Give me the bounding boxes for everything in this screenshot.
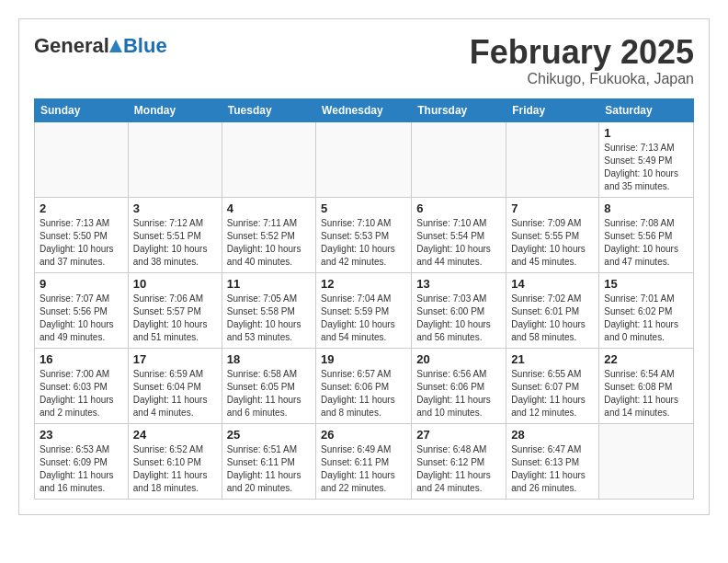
day-number: 27 xyxy=(416,428,501,442)
calendar-cell: 26Sunrise: 6:49 AM Sunset: 6:11 PM Dayli… xyxy=(316,423,412,499)
calendar-cell: 11Sunrise: 7:05 AM Sunset: 5:58 PM Dayli… xyxy=(222,272,315,348)
calendar-cell: 6Sunrise: 7:10 AM Sunset: 5:54 PM Daylig… xyxy=(412,197,506,272)
calendar-cell: 5Sunrise: 7:10 AM Sunset: 5:53 PM Daylig… xyxy=(316,197,412,272)
day-info: Sunrise: 7:11 AM Sunset: 5:52 PM Dayligh… xyxy=(227,217,311,269)
location-subtitle: Chikugo, Fukuoka, Japan xyxy=(470,71,694,87)
day-info: Sunrise: 6:59 AM Sunset: 6:04 PM Dayligh… xyxy=(133,368,217,419)
calendar-page: General Blue February 2025 Chikugo, Fuku… xyxy=(18,18,710,515)
weekday-header: Sunday xyxy=(35,98,129,121)
day-info: Sunrise: 7:13 AM Sunset: 5:49 PM Dayligh… xyxy=(604,142,688,193)
day-info: Sunrise: 7:01 AM Sunset: 6:02 PM Dayligh… xyxy=(604,293,688,344)
day-number: 11 xyxy=(227,277,311,291)
day-number: 21 xyxy=(511,352,594,366)
logo-general: General xyxy=(34,34,109,58)
calendar-cell: 10Sunrise: 7:06 AM Sunset: 5:57 PM Dayli… xyxy=(128,272,222,348)
weekday-header: Thursday xyxy=(412,98,506,121)
day-number: 4 xyxy=(227,201,311,215)
calendar-cell: 2Sunrise: 7:13 AM Sunset: 5:50 PM Daylig… xyxy=(35,197,129,272)
day-info: Sunrise: 7:12 AM Sunset: 5:51 PM Dayligh… xyxy=(133,217,217,269)
calendar-cell: 4Sunrise: 7:11 AM Sunset: 5:52 PM Daylig… xyxy=(222,197,315,272)
day-number: 15 xyxy=(604,277,688,291)
page-header: General Blue February 2025 Chikugo, Fuku… xyxy=(34,34,694,87)
day-number: 3 xyxy=(133,201,217,215)
calendar-cell xyxy=(412,121,506,197)
weekday-header: Monday xyxy=(128,98,222,121)
day-info: Sunrise: 7:13 AM Sunset: 5:50 PM Dayligh… xyxy=(40,217,123,269)
day-number: 1 xyxy=(604,126,688,140)
calendar-cell: 9Sunrise: 7:07 AM Sunset: 5:56 PM Daylig… xyxy=(35,272,129,348)
day-number: 19 xyxy=(321,352,406,366)
weekday-header: Friday xyxy=(506,98,599,121)
calendar-week-row: 2Sunrise: 7:13 AM Sunset: 5:50 PM Daylig… xyxy=(35,197,694,272)
calendar-header-row: SundayMondayTuesdayWednesdayThursdayFrid… xyxy=(35,98,694,121)
calendar-cell: 16Sunrise: 7:00 AM Sunset: 6:03 PM Dayli… xyxy=(35,348,129,423)
weekday-header: Tuesday xyxy=(222,98,315,121)
day-info: Sunrise: 6:58 AM Sunset: 6:05 PM Dayligh… xyxy=(227,368,311,419)
day-number: 14 xyxy=(511,277,594,291)
calendar-cell: 22Sunrise: 6:54 AM Sunset: 6:08 PM Dayli… xyxy=(599,348,694,423)
calendar-cell xyxy=(222,121,315,197)
day-number: 6 xyxy=(416,201,501,215)
calendar-cell: 3Sunrise: 7:12 AM Sunset: 5:51 PM Daylig… xyxy=(128,197,222,272)
calendar-cell: 8Sunrise: 7:08 AM Sunset: 5:56 PM Daylig… xyxy=(599,197,694,272)
calendar-cell xyxy=(506,121,599,197)
day-info: Sunrise: 7:08 AM Sunset: 5:56 PM Dayligh… xyxy=(604,217,688,269)
calendar-cell xyxy=(35,121,129,197)
calendar-cell: 20Sunrise: 6:56 AM Sunset: 6:06 PM Dayli… xyxy=(412,348,506,423)
day-number: 8 xyxy=(604,201,688,215)
calendar-cell: 7Sunrise: 7:09 AM Sunset: 5:55 PM Daylig… xyxy=(506,197,599,272)
calendar-cell: 27Sunrise: 6:48 AM Sunset: 6:12 PM Dayli… xyxy=(412,423,506,499)
day-info: Sunrise: 7:06 AM Sunset: 5:57 PM Dayligh… xyxy=(133,293,217,344)
title-block: February 2025 Chikugo, Fukuoka, Japan xyxy=(470,34,694,87)
day-number: 2 xyxy=(40,201,123,215)
calendar-cell: 12Sunrise: 7:04 AM Sunset: 5:59 PM Dayli… xyxy=(316,272,412,348)
day-number: 12 xyxy=(321,277,406,291)
day-number: 24 xyxy=(133,428,217,442)
weekday-header: Wednesday xyxy=(316,98,412,121)
day-info: Sunrise: 7:03 AM Sunset: 6:00 PM Dayligh… xyxy=(416,293,501,344)
day-number: 28 xyxy=(511,428,594,442)
calendar-week-row: 23Sunrise: 6:53 AM Sunset: 6:09 PM Dayli… xyxy=(35,423,694,499)
day-info: Sunrise: 7:04 AM Sunset: 5:59 PM Dayligh… xyxy=(321,293,406,344)
day-info: Sunrise: 6:51 AM Sunset: 6:11 PM Dayligh… xyxy=(227,443,311,495)
day-number: 23 xyxy=(40,428,123,442)
day-number: 25 xyxy=(227,428,311,442)
calendar-cell: 19Sunrise: 6:57 AM Sunset: 6:06 PM Dayli… xyxy=(316,348,412,423)
calendar-week-row: 1Sunrise: 7:13 AM Sunset: 5:49 PM Daylig… xyxy=(35,121,694,197)
calendar-cell: 25Sunrise: 6:51 AM Sunset: 6:11 PM Dayli… xyxy=(222,423,315,499)
day-info: Sunrise: 7:00 AM Sunset: 6:03 PM Dayligh… xyxy=(40,368,123,419)
day-info: Sunrise: 6:47 AM Sunset: 6:13 PM Dayligh… xyxy=(511,443,594,495)
calendar-cell: 21Sunrise: 6:55 AM Sunset: 6:07 PM Dayli… xyxy=(506,348,599,423)
day-info: Sunrise: 7:10 AM Sunset: 5:54 PM Dayligh… xyxy=(416,217,501,269)
month-title: February 2025 xyxy=(470,34,694,71)
day-info: Sunrise: 7:10 AM Sunset: 5:53 PM Dayligh… xyxy=(321,217,406,269)
day-info: Sunrise: 6:57 AM Sunset: 6:06 PM Dayligh… xyxy=(321,368,406,419)
weekday-header: Saturday xyxy=(599,98,694,121)
day-number: 26 xyxy=(321,428,406,442)
calendar-cell: 13Sunrise: 7:03 AM Sunset: 6:00 PM Dayli… xyxy=(412,272,506,348)
day-number: 18 xyxy=(227,352,311,366)
calendar-cell: 18Sunrise: 6:58 AM Sunset: 6:05 PM Dayli… xyxy=(222,348,315,423)
calendar-cell: 23Sunrise: 6:53 AM Sunset: 6:09 PM Dayli… xyxy=(35,423,129,499)
day-info: Sunrise: 6:52 AM Sunset: 6:10 PM Dayligh… xyxy=(133,443,217,495)
calendar-table: SundayMondayTuesdayWednesdayThursdayFrid… xyxy=(34,98,694,500)
day-number: 17 xyxy=(133,352,217,366)
day-number: 16 xyxy=(40,352,123,366)
calendar-cell: 28Sunrise: 6:47 AM Sunset: 6:13 PM Dayli… xyxy=(506,423,599,499)
day-number: 22 xyxy=(604,352,688,366)
svg-marker-0 xyxy=(109,40,122,52)
day-number: 7 xyxy=(511,201,594,215)
calendar-cell: 24Sunrise: 6:52 AM Sunset: 6:10 PM Dayli… xyxy=(128,423,222,499)
calendar-cell: 15Sunrise: 7:01 AM Sunset: 6:02 PM Dayli… xyxy=(599,272,694,348)
day-info: Sunrise: 6:54 AM Sunset: 6:08 PM Dayligh… xyxy=(604,368,688,419)
day-info: Sunrise: 6:53 AM Sunset: 6:09 PM Dayligh… xyxy=(40,443,123,495)
calendar-week-row: 9Sunrise: 7:07 AM Sunset: 5:56 PM Daylig… xyxy=(35,272,694,348)
day-info: Sunrise: 7:09 AM Sunset: 5:55 PM Dayligh… xyxy=(511,217,594,269)
day-info: Sunrise: 6:56 AM Sunset: 6:06 PM Dayligh… xyxy=(416,368,501,419)
calendar-cell: 1Sunrise: 7:13 AM Sunset: 5:49 PM Daylig… xyxy=(599,121,694,197)
day-number: 9 xyxy=(40,277,123,291)
calendar-cell xyxy=(316,121,412,197)
day-info: Sunrise: 7:07 AM Sunset: 5:56 PM Dayligh… xyxy=(40,293,123,344)
calendar-week-row: 16Sunrise: 7:00 AM Sunset: 6:03 PM Dayli… xyxy=(35,348,694,423)
day-number: 5 xyxy=(321,201,406,215)
